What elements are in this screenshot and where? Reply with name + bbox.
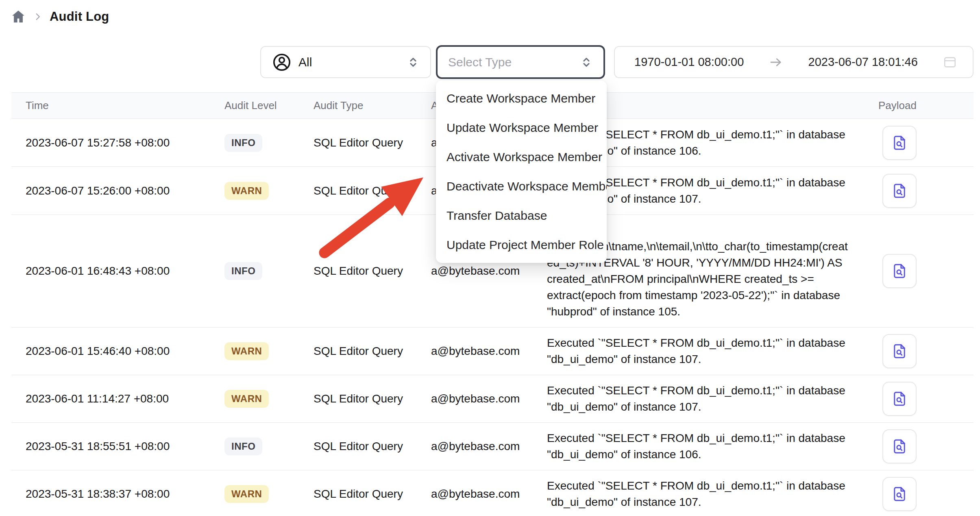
table-row: 2023-05-31 18:38:37 +08:00WARNSQL Editor…	[11, 470, 973, 516]
cell-audit-type: SQL Editor Query	[314, 375, 431, 423]
column-header-audit-level: Audit Level	[224, 93, 314, 119]
cell-payload	[862, 375, 973, 423]
cell-audit-level: WARN	[224, 375, 314, 423]
file-search-icon	[891, 343, 908, 360]
column-header-audit-type: Audit Type	[314, 93, 431, 119]
cell-audit-level: WARN	[224, 470, 314, 516]
arrow-right-icon	[769, 55, 783, 70]
cell-comment: Executed `"SELECT * FROM db_ui_demo.t1;"…	[547, 470, 862, 516]
cell-audit-level: INFO	[224, 423, 314, 470]
cell-audit-type: SQL Editor Query	[314, 167, 431, 215]
cell-actor: a@bytebase.com	[431, 328, 547, 375]
file-search-icon	[891, 134, 908, 151]
type-filter-select[interactable]: Select Type	[436, 45, 605, 79]
cell-comment: Executed `"SELECT * FROM db_ui_demo.t1;"…	[547, 328, 862, 375]
cell-payload	[862, 328, 973, 375]
file-search-icon	[891, 485, 908, 503]
actor-filter-select[interactable]: All	[260, 46, 431, 78]
file-search-icon	[891, 438, 908, 455]
dropdown-item[interactable]: Create Workspace Member	[436, 84, 607, 113]
cell-audit-level: WARN	[224, 167, 314, 215]
chevron-up-down-icon	[580, 56, 593, 69]
type-dropdown-menu: Create Workspace MemberUpdate Workspace …	[436, 81, 607, 263]
cell-audit-type: SQL Editor Query	[314, 423, 431, 470]
home-icon[interactable]	[11, 9, 26, 24]
dropdown-item[interactable]: Activate Workspace Member	[436, 142, 607, 172]
cell-time: 2023-05-31 18:38:37 +08:00	[11, 470, 224, 516]
payload-view-button[interactable]	[882, 174, 917, 208]
cell-audit-type: SQL Editor Query	[314, 470, 431, 516]
payload-view-button[interactable]	[882, 429, 917, 464]
actor-filter-value: All	[298, 55, 400, 69]
date-range-start: 1970-01-01 08:00:00	[634, 55, 744, 69]
cell-payload	[862, 423, 973, 470]
cell-payload	[862, 167, 973, 215]
cell-audit-level: WARN	[224, 328, 314, 375]
cell-time: 2023-06-07 15:27:58 +08:00	[11, 119, 224, 167]
cell-time: 2023-06-01 15:46:40 +08:00	[11, 328, 224, 375]
dropdown-item[interactable]: Deactivate Workspace Member	[436, 172, 607, 201]
cell-payload	[862, 119, 973, 167]
cell-comment: Executed `"SELECT * FROM db_ui_demo.t1;"…	[547, 375, 862, 423]
breadcrumb: Audit Log	[11, 9, 109, 24]
cell-time: 2023-05-31 18:55:51 +08:00	[11, 423, 224, 470]
cell-time: 2023-06-01 16:48:43 +08:00	[11, 215, 224, 328]
page-title: Audit Log	[50, 9, 109, 24]
cell-time: 2023-06-07 15:26:00 +08:00	[11, 167, 224, 215]
audit-level-badge: WARN	[224, 390, 269, 408]
file-search-icon	[891, 262, 908, 280]
column-header-time: Time	[11, 93, 224, 119]
table-row: 2023-06-01 11:14:27 +08:00WARNSQL Editor…	[11, 375, 973, 423]
cell-audit-type: SQL Editor Query	[314, 328, 431, 375]
chevron-right-icon	[33, 11, 43, 22]
table-row: 2023-05-31 18:55:51 +08:00INFOSQL Editor…	[11, 423, 973, 470]
date-range-end: 2023-06-07 18:01:46	[808, 55, 918, 69]
cell-audit-type: SQL Editor Query	[314, 119, 431, 167]
cell-actor: a@bytebase.com	[431, 375, 547, 423]
date-range-picker[interactable]: 1970-01-01 08:00:00 2023-06-07 18:01:46	[614, 46, 973, 78]
calendar-icon	[943, 55, 957, 70]
audit-level-badge: WARN	[224, 342, 269, 360]
payload-view-button[interactable]	[882, 254, 917, 288]
payload-view-button[interactable]	[882, 477, 917, 511]
payload-view-button[interactable]	[882, 334, 917, 368]
table-row: 2023-06-01 15:46:40 +08:00WARNSQL Editor…	[11, 328, 973, 375]
user-circle-icon	[272, 52, 292, 72]
payload-view-button[interactable]	[882, 126, 917, 160]
payload-view-button[interactable]	[882, 382, 917, 416]
audit-level-badge: INFO	[224, 437, 262, 455]
cell-payload	[862, 470, 973, 516]
audit-level-badge: WARN	[224, 485, 269, 503]
column-header-payload: Payload	[862, 93, 973, 119]
dropdown-item[interactable]: Update Project Member Role	[436, 230, 607, 260]
cell-comment: Executed `"SELECT * FROM db_ui_demo.t1;"…	[547, 423, 862, 470]
cell-time: 2023-06-01 11:14:27 +08:00	[11, 375, 224, 423]
type-filter-placeholder: Select Type	[448, 55, 580, 69]
cell-audit-level: INFO	[224, 215, 314, 328]
audit-level-badge: INFO	[224, 262, 262, 280]
chevron-up-down-icon	[407, 56, 420, 69]
cell-audit-type: SQL Editor Query	[314, 215, 431, 328]
dropdown-item[interactable]: Update Workspace Member	[436, 113, 607, 142]
cell-actor: a@bytebase.com	[431, 470, 547, 516]
audit-level-badge: WARN	[224, 182, 269, 200]
file-search-icon	[891, 182, 908, 199]
audit-log-page: Audit Log All Select Type 1970-01-01 08:…	[0, 0, 980, 516]
cell-audit-level: INFO	[224, 119, 314, 167]
cell-payload	[862, 215, 973, 328]
dropdown-item[interactable]: Transfer Database	[436, 201, 607, 230]
file-search-icon	[891, 390, 908, 407]
cell-actor: a@bytebase.com	[431, 423, 547, 470]
audit-level-badge: INFO	[224, 134, 262, 152]
